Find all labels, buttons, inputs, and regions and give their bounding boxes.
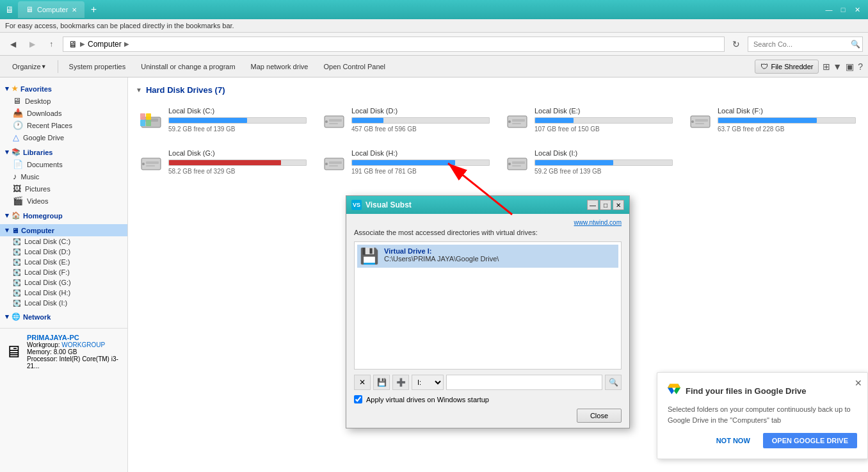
drive-info: Local Disk (H:) 191 GB free of 781 GB	[351, 149, 490, 175]
open-control-button[interactable]: Open Control Panel	[316, 58, 392, 75]
drive-bar-fill	[535, 118, 574, 123]
dialog-close-btn[interactable]: Close	[577, 409, 622, 423]
drive-item-5[interactable]: Local Disk (H:) 191 GB free of 781 GB	[319, 145, 494, 179]
svg-rect-28	[512, 161, 525, 164]
address-chevron2: ▶	[124, 40, 129, 47]
vdrive-name: Virtual Drive I:	[384, 247, 499, 255]
close-button[interactable]: ✕	[851, 4, 863, 15]
drive-f-icon: 💽	[13, 269, 20, 276]
dialog-minimize-button[interactable]: —	[587, 200, 599, 210]
drive-item-6[interactable]: Local Disk (I:) 59.2 GB free of 139 GB	[502, 145, 677, 179]
minimize-button[interactable]: —	[823, 4, 835, 15]
drive-item-2[interactable]: Local Disk (E:) 107 GB free of 150 GB	[502, 102, 677, 137]
drives-grid: Local Disk (C:) 59.2 GB free of 139 GB L…	[136, 102, 860, 179]
sidebar-item-videos[interactable]: 🎬 Videos	[0, 195, 127, 207]
sidebar-item-gdrive[interactable]: △ Google Drive	[0, 131, 127, 143]
save-drive-button[interactable]: 💾	[373, 375, 390, 390]
favorites-chevron-icon: ▾	[5, 85, 9, 93]
drive-icon	[323, 107, 346, 130]
gdrive-sidebar-icon: △	[13, 133, 19, 142]
dialog-close-button[interactable]: ✕	[613, 200, 624, 210]
computer-section: ▾ 🖥 Computer 💽 Local Disk (C:) 💽 Local D…	[0, 224, 127, 308]
pc-memory: Memory: 8.00 GB	[27, 348, 122, 355]
drive-info: Local Disk (D:) 457 GB free of 596 GB	[351, 107, 490, 133]
drive-info: Local Disk (E:) 107 GB free of 150 GB	[534, 107, 673, 133]
uninstall-button[interactable]: Uninstall or change a program	[134, 58, 242, 75]
tab-label: Computer	[37, 6, 68, 13]
sidebar-item-local-i[interactable]: 💽 Local Disk (I:)	[0, 298, 127, 308]
delete-drive-button[interactable]: ✕	[354, 375, 371, 390]
up-button[interactable]: ↑	[44, 37, 59, 52]
homegroup-header[interactable]: ▾ 🏠 Homegroup	[0, 209, 127, 222]
drive-item-1[interactable]: Local Disk (D:) 457 GB free of 596 GB	[319, 102, 494, 137]
network-icon: 🌐	[12, 313, 20, 321]
search-icon[interactable]: 🔍	[851, 40, 860, 49]
favorites-header[interactable]: ▾ ★ Favorites	[0, 83, 127, 95]
drive-item-4[interactable]: Local Disk (G:) 58.2 GB free of 329 GB	[136, 145, 311, 179]
file-shredder-button[interactable]: 🛡 File Shredder	[755, 60, 819, 74]
sidebar-item-local-d[interactable]: 💽 Local Disk (D:)	[0, 247, 127, 257]
sidebar-item-downloads[interactable]: 📥 Downloads	[0, 107, 127, 119]
drive-bar-bg	[168, 159, 307, 166]
visual-subst-dialog[interactable]: VS Visual Subst — □ ✕ www.ntwind.com Ass…	[346, 195, 630, 428]
dialog-list-item[interactable]: 💾 Virtual Drive I: C:\Users\PRIMA JAYA\G…	[357, 245, 618, 268]
sidebar-item-local-c[interactable]: 💽 Local Disk (C:)	[0, 236, 127, 247]
path-input[interactable]	[446, 375, 602, 390]
computer-header[interactable]: ▾ 🖥 Computer	[0, 224, 127, 236]
tab-bar: 🖥 Computer ✕ +	[18, 1, 100, 18]
map-drive-button[interactable]: Map network drive	[244, 58, 316, 75]
network-header[interactable]: ▾ 🌐 Network	[0, 311, 127, 323]
svg-rect-16	[695, 119, 708, 122]
drive-bar-bg	[534, 117, 673, 124]
help-button[interactable]: ?	[858, 61, 863, 72]
startup-checkbox[interactable]	[354, 395, 362, 403]
drive-name: Local Disk (I:)	[534, 149, 673, 157]
svg-rect-13	[512, 123, 521, 124]
drive-item-3[interactable]: Local Disk (F:) 63.7 GB free of 228 GB	[685, 102, 860, 137]
svg-rect-29	[512, 165, 521, 167]
sidebar-item-local-e[interactable]: 💽 Local Disk (E:)	[0, 257, 127, 267]
favorites-section: ▾ ★ Favorites 🖥 Desktop 📥 Downloads 🕐 Re…	[0, 83, 127, 143]
add-drive-button[interactable]: ➕	[392, 375, 409, 390]
pc-icon: 🖥	[5, 342, 22, 362]
libraries-header[interactable]: ▾ 📚 Libraries	[0, 146, 127, 158]
sidebar-item-desktop[interactable]: 🖥 Desktop	[0, 95, 127, 107]
drive-info: Local Disk (C:) 59.2 GB free of 139 GB	[168, 107, 307, 133]
svg-rect-4	[140, 113, 145, 120]
organize-button[interactable]: Organize ▼	[5, 58, 54, 75]
libraries-icon: 📚	[12, 148, 20, 156]
pane-toggle-button[interactable]: ▣	[846, 61, 854, 72]
address-path[interactable]: 🖥 ▶ Computer ▶	[63, 37, 725, 52]
sidebar-item-local-h[interactable]: 💽 Local Disk (H:)	[0, 288, 127, 298]
drive-letter-select[interactable]: I:	[412, 375, 444, 390]
sidebar-item-local-f[interactable]: 💽 Local Disk (F:)	[0, 267, 127, 277]
drive-bar-bg	[718, 117, 856, 124]
sidebar-item-music[interactable]: ♪ Music	[0, 170, 127, 183]
svg-point-19	[142, 163, 145, 165]
svg-rect-12	[512, 119, 525, 122]
section-header: ▼ Hard Disk Drives (7)	[136, 85, 860, 95]
drive-item-0[interactable]: Local Disk (C:) 59.2 GB free of 139 GB	[136, 102, 311, 137]
new-tab-button[interactable]: +	[87, 3, 100, 16]
refresh-button[interactable]: ↻	[728, 37, 744, 52]
drive-c-icon: 💽	[13, 238, 20, 245]
sidebar-item-recent[interactable]: 🕐 Recent Places	[0, 119, 127, 131]
svg-rect-2	[140, 120, 145, 126]
sidebar-item-local-g[interactable]: 💽 Local Disk (G:)	[0, 277, 127, 288]
main-tab[interactable]: 🖥 Computer ✕	[18, 1, 84, 18]
sidebar-item-documents[interactable]: 📄 Documents	[0, 158, 127, 170]
sidebar-item-pictures[interactable]: 🖼 Pictures	[0, 183, 127, 195]
view-options-button[interactable]: ⊞ ▼	[823, 61, 842, 72]
drive-h-icon: 💽	[13, 289, 20, 297]
dialog-maximize-button[interactable]: □	[600, 200, 611, 210]
tab-close-icon[interactable]: ✕	[72, 6, 77, 13]
dialog-link[interactable]: www.ntwind.com	[354, 219, 622, 226]
back-button[interactable]: ◀	[5, 37, 20, 52]
browse-button[interactable]: 🔍	[605, 375, 622, 390]
search-input[interactable]	[748, 37, 863, 52]
maximize-button[interactable]: □	[837, 4, 849, 15]
address-location: Computer	[88, 40, 122, 49]
forward-button[interactable]: ▶	[24, 37, 40, 52]
system-properties-button[interactable]: System properties	[62, 58, 133, 75]
drive-bar-bg	[534, 159, 673, 166]
